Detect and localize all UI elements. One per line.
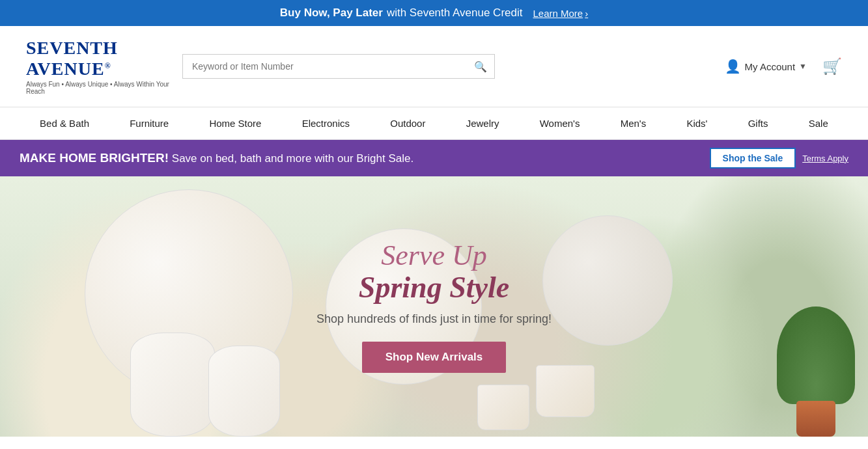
chevron-down-icon: ▼ — [799, 62, 807, 71]
learn-more-arrow: › — [585, 8, 588, 19]
hero-cta-button[interactable]: Shop New Arrivals — [362, 342, 507, 373]
logo[interactable]: SEVENTH AVENUE® Always Fun • Always Uniq… — [26, 38, 169, 95]
logo-text: SEVENTH AVENUE® — [26, 38, 169, 79]
decorative-canister-1 — [130, 333, 215, 437]
plant-pot-body — [796, 401, 835, 437]
search-bar: 🔍 — [182, 54, 495, 79]
banner-bold-text: Buy Now, Pay Later — [280, 7, 383, 20]
nav-bar: Bed & Bath Furniture Home Store Electron… — [0, 107, 868, 140]
decorative-cup-2 — [477, 385, 529, 430]
logo-tagline: Always Fun • Always Unique • Always With… — [26, 81, 169, 95]
nav-item-jewelry[interactable]: Jewelry — [460, 107, 506, 139]
shop-sale-button[interactable]: Shop the Sale — [710, 148, 796, 169]
plant-leaves — [777, 306, 855, 404]
promo-text: MAKE HOME BRIGHTER! Save on bed, bath an… — [20, 151, 703, 165]
learn-more-label: Learn More — [533, 8, 583, 19]
nav-item-kids[interactable]: Kids' — [680, 107, 714, 139]
header-right: 👤 My Account ▼ 🛒 — [725, 57, 842, 75]
decorative-canister-2 — [208, 346, 280, 437]
decorative-plate-3 — [542, 215, 673, 346]
cart-button[interactable]: 🛒 — [822, 57, 842, 75]
my-account-label: My Account — [745, 61, 796, 72]
promo-banner: MAKE HOME BRIGHTER! Save on bed, bath an… — [0, 140, 868, 176]
my-account-button[interactable]: 👤 My Account ▼ — [725, 59, 807, 74]
header: SEVENTH AVENUE® Always Fun • Always Uniq… — [0, 26, 868, 107]
search-icon[interactable]: 🔍 — [474, 61, 487, 73]
hero-section: Serve Up Spring Style Shop hundreds of f… — [0, 176, 868, 437]
nav-item-home-store[interactable]: Home Store — [203, 107, 268, 139]
promo-bold: MAKE HOME BRIGHTER! — [20, 151, 169, 165]
promo-normal: Save on bed, bath and more with our Brig… — [172, 152, 413, 165]
nav-item-sale[interactable]: Sale — [802, 107, 835, 139]
nav-item-outdoor[interactable]: Outdoor — [384, 107, 432, 139]
top-banner: Buy Now, Pay Later with Seventh Avenue C… — [0, 0, 868, 26]
nav-item-electronics[interactable]: Electronics — [296, 107, 356, 139]
hero-title-line1: Serve Up — [316, 240, 552, 271]
hero-subtitle: Shop hundreds of finds just in time for … — [316, 312, 552, 326]
learn-more-link[interactable]: Learn More › — [533, 8, 588, 19]
nav-item-womens[interactable]: Women's — [533, 107, 587, 139]
terms-apply-link[interactable]: Terms Apply — [802, 154, 848, 163]
nav-item-bed-bath[interactable]: Bed & Bath — [33, 107, 96, 139]
nav-item-furniture[interactable]: Furniture — [123, 107, 175, 139]
nav-item-mens[interactable]: Men's — [614, 107, 653, 139]
hero-content: Serve Up Spring Style Shop hundreds of f… — [316, 240, 552, 373]
nav-item-gifts[interactable]: Gifts — [742, 107, 775, 139]
hero-title-line2: Spring Style — [316, 271, 552, 305]
decorative-cup-1 — [536, 365, 595, 417]
decorative-plant — [777, 306, 855, 437]
person-icon: 👤 — [725, 59, 741, 74]
search-input[interactable] — [182, 54, 495, 79]
banner-normal-text: with Seventh Avenue Credit — [387, 7, 523, 20]
